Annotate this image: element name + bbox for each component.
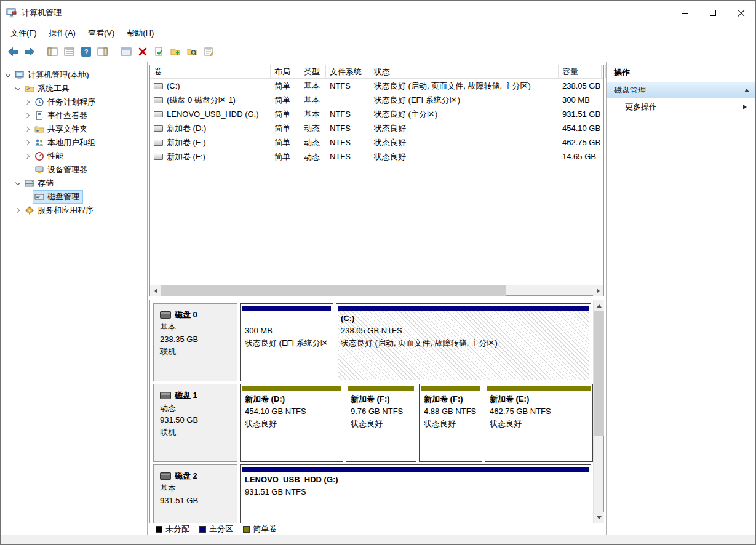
menu-action[interactable]: 操作(A) <box>43 25 82 41</box>
tree-item-storage[interactable]: 存储 <box>1 177 147 190</box>
actions-section-disk-management[interactable]: 磁盘管理 <box>607 82 755 98</box>
disk-info-2[interactable]: 磁盘 2 基本 931.51 GB <box>153 464 237 523</box>
properties-form-icon[interactable] <box>201 43 217 60</box>
tree-item-disk-management[interactable]: 磁盘管理 <box>1 190 147 204</box>
properties-dialog-icon[interactable] <box>117 43 134 60</box>
scrollbar-thumb[interactable] <box>161 285 506 296</box>
collapse-chevron-icon[interactable] <box>744 86 749 92</box>
scroll-down-icon[interactable] <box>594 512 604 523</box>
menu-view[interactable]: 查看(V) <box>82 25 121 41</box>
event-viewer-icon <box>34 111 45 121</box>
chevron-right-icon[interactable] <box>23 111 33 121</box>
tree-item-system-tools[interactable]: 系统工具 <box>1 82 147 95</box>
back-icon[interactable] <box>4 43 21 60</box>
status-bar <box>1 535 755 544</box>
column-header-status[interactable]: 状态 <box>370 65 559 78</box>
title-bar: 计算机管理 <box>1 1 755 25</box>
partition-e-volume[interactable]: 新加卷 (E:) 462.75 GB NTFS 状态良好 <box>485 384 593 462</box>
menu-help[interactable]: 帮助(H) <box>121 25 160 41</box>
column-header-type[interactable]: 类型 <box>300 65 326 78</box>
partition-f-volume-2[interactable]: 新加卷 (F:) 4.88 GB NTFS 状态良好 <box>419 384 482 462</box>
folder-up-icon[interactable] <box>167 43 184 60</box>
table-row[interactable]: (C:) 简单 基本 NTFS 状态良好 (启动, 页面文件, 故障转储, 主分… <box>150 79 603 93</box>
chevron-right-icon[interactable] <box>23 138 33 148</box>
table-row[interactable]: 新加卷 (D:) 简单 动态 NTFS 状态良好 454.10 GB <box>150 121 603 135</box>
partition-f-volume-1[interactable]: 新加卷 (F:) 9.76 GB NTFS 状态良好 <box>346 384 416 462</box>
chevron-right-icon[interactable] <box>23 124 33 134</box>
show-action-pane-icon[interactable] <box>94 43 111 60</box>
vertical-scrollbar[interactable] <box>593 300 603 523</box>
help-icon[interactable]: ? <box>78 43 94 60</box>
partition-g-drive[interactable]: LENOVO_USB_HDD (G:) 931.51 GB NTFS <box>240 464 591 523</box>
column-header-layout[interactable]: 布局 <box>271 65 300 78</box>
maximize-button[interactable] <box>699 1 727 25</box>
menu-bar: 文件(F) 操作(A) 查看(V) 帮助(H) <box>1 25 755 41</box>
disk-row-0: 磁盘 0 基本 238.35 GB 联机 300 MB <box>153 303 590 381</box>
tree-item-device-manager[interactable]: 设备管理器 <box>1 163 147 177</box>
column-header-capacity[interactable]: 容量 <box>559 65 602 78</box>
scroll-right-icon[interactable] <box>593 285 603 296</box>
console-tree: 计算机管理(本地) 系统工具 任务计划程序 事件查看器 共享文件夹 本地用户和组 <box>1 62 147 535</box>
partition-c-drive[interactable]: (C:) 238.05 GB NTFS 状态良好 (启动, 页面文件, 故障转储… <box>336 303 591 381</box>
column-header-volume[interactable]: 卷 <box>150 65 271 78</box>
partition-efi[interactable]: 300 MB 状态良好 (EFI 系统分区) <box>240 303 333 381</box>
disk-info-1[interactable]: 磁盘 1 动态 931.50 GB 联机 <box>153 384 237 462</box>
tree-item-task-scheduler[interactable]: 任务计划程序 <box>1 95 147 109</box>
partition-legend: 未分配 主分区 简单卷 <box>149 523 604 535</box>
horizontal-scrollbar[interactable] <box>150 285 603 295</box>
minimize-button[interactable] <box>670 1 699 25</box>
export-list-icon[interactable] <box>61 43 78 60</box>
volume-table-header: 卷 布局 类型 文件系统 状态 容量 <box>150 65 603 79</box>
scrollbar-track[interactable] <box>594 311 603 512</box>
scroll-left-icon[interactable] <box>150 285 161 296</box>
services-icon <box>25 205 35 215</box>
check-script-icon[interactable] <box>151 43 167 60</box>
actions-pane-title: 操作 <box>607 62 755 82</box>
column-header-filesystem[interactable]: 文件系统 <box>326 65 370 78</box>
close-button[interactable] <box>727 1 755 25</box>
chevron-down-icon[interactable] <box>3 70 13 80</box>
menu-file[interactable]: 文件(F) <box>4 25 43 41</box>
tree-item-computer-management[interactable]: 计算机管理(本地) <box>1 68 147 82</box>
chevron-down-icon[interactable] <box>13 84 23 93</box>
forward-icon[interactable] <box>21 43 38 60</box>
volume-icon <box>154 154 163 160</box>
actions-pane: 操作 磁盘管理 更多操作 <box>607 62 755 535</box>
disk-partitions-1: 新加卷 (D:) 454.10 GB NTFS 状态良好 新加卷 (F:) 9.… <box>240 384 590 462</box>
scroll-up-icon[interactable] <box>594 300 604 311</box>
tree-item-event-viewer[interactable]: 事件查看器 <box>1 109 147 122</box>
computer-icon <box>15 70 25 80</box>
tree-item-services-applications[interactable]: 服务和应用程序 <box>1 204 147 217</box>
table-row[interactable]: LENOVO_USB_HDD (G:) 简单 基本 NTFS 状态良好 (主分区… <box>150 107 603 121</box>
chevron-down-icon[interactable] <box>13 178 23 188</box>
storage-icon <box>25 178 35 188</box>
partition-color-strip <box>348 386 414 391</box>
disk-icon <box>160 472 171 480</box>
chevron-right-icon[interactable] <box>23 97 33 107</box>
tree-item-local-users-groups[interactable]: 本地用户和组 <box>1 136 147 149</box>
tree-item-shared-folders[interactable]: 共享文件夹 <box>1 122 147 136</box>
tree-item-performance[interactable]: 性能 <box>1 149 147 163</box>
table-row[interactable]: 新加卷 (E:) 简单 动态 NTFS 状态良好 462.75 GB <box>150 135 603 149</box>
show-console-tree-icon[interactable] <box>44 43 61 60</box>
scrollbar-thumb[interactable] <box>594 311 604 436</box>
task-scheduler-icon <box>34 97 45 107</box>
legend-unallocated: 未分配 <box>156 523 189 535</box>
scrollbar-track[interactable] <box>161 285 593 295</box>
table-row[interactable]: (磁盘 0 磁盘分区 1) 简单 基本 状态良好 (EFI 系统分区) 300 … <box>150 93 603 107</box>
volume-icon <box>154 125 163 132</box>
toolbar: ? <box>1 41 755 62</box>
disk-info-0[interactable]: 磁盘 0 基本 238.35 GB 联机 <box>153 303 237 381</box>
disk-partitions-2: LENOVO_USB_HDD (G:) 931.51 GB NTFS <box>240 464 590 523</box>
chevron-right-icon[interactable] <box>23 151 33 161</box>
chevron-right-icon[interactable] <box>13 205 23 215</box>
no-expander <box>23 165 33 175</box>
explore-folder-icon[interactable] <box>184 43 201 60</box>
more-actions-item[interactable]: 更多操作 <box>607 98 755 116</box>
no-expander <box>23 192 33 202</box>
delete-volume-icon[interactable] <box>134 43 151 60</box>
partition-d-volume[interactable]: 新加卷 (D:) 454.10 GB NTFS 状态良好 <box>240 384 343 462</box>
table-row[interactable]: 新加卷 (F:) 简单 动态 NTFS 状态良好 14.65 GB <box>150 149 603 164</box>
app-icon <box>6 7 17 18</box>
disk-row-1: 磁盘 1 动态 931.50 GB 联机 新加卷 (D:) 454.10 GB … <box>153 384 590 462</box>
